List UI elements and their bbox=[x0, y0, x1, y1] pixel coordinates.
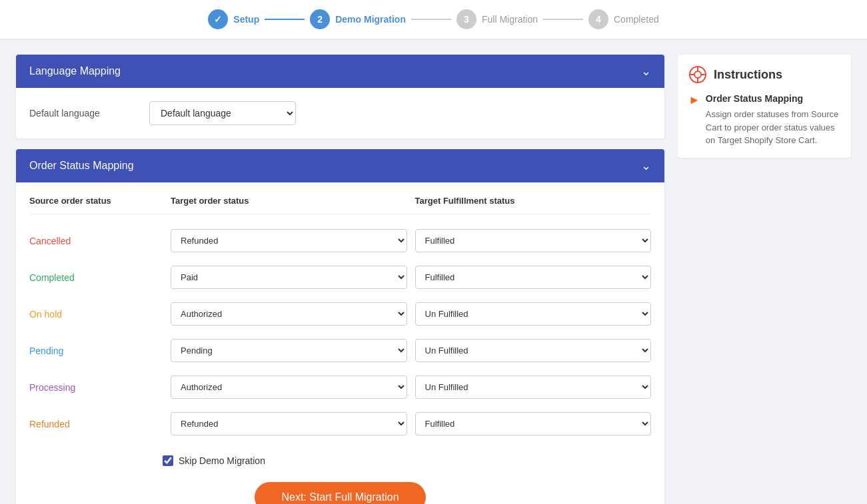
language-mapping-chevron: ⌄ bbox=[641, 64, 651, 79]
skip-demo-label[interactable]: Skip Demo Migration bbox=[179, 455, 265, 466]
svg-point-1 bbox=[694, 71, 701, 78]
table-row: On hold Refunded Paid Authorized Pending… bbox=[29, 296, 651, 332]
instruction-item-text: Assign order statuses from Source Cart t… bbox=[706, 108, 840, 147]
col-target-header: Target order status bbox=[171, 196, 407, 206]
col-fulfillment-header: Target Fulfillment status bbox=[415, 196, 652, 206]
order-status-mapping-body: Source order status Target order status … bbox=[16, 182, 664, 504]
instructions-title: Instructions bbox=[688, 65, 840, 84]
instructions-card: Instructions ► Order Status Mapping Assi… bbox=[678, 55, 851, 158]
step-label-full: Full Migration bbox=[482, 14, 538, 25]
target-select-cancelled[interactable]: Refunded Paid Authorized Pending Voided bbox=[171, 229, 407, 252]
next-button[interactable]: Next: Start Full Migration bbox=[255, 482, 425, 504]
main-layout: Language Mapping ⌄ Default language Defa… bbox=[0, 39, 867, 504]
skip-demo-checkbox[interactable] bbox=[163, 455, 173, 466]
order-status-mapping-chevron: ⌄ bbox=[641, 158, 651, 173]
instruction-arrow-icon: ► bbox=[688, 93, 700, 107]
default-language-select[interactable]: Default language bbox=[149, 101, 296, 125]
step-full-migration: 3 Full Migration bbox=[456, 9, 538, 29]
content-area: Language Mapping ⌄ Default language Defa… bbox=[16, 55, 664, 504]
step-circle-setup: ✓ bbox=[208, 9, 228, 29]
target-select-processing[interactable]: Refunded Paid Authorized Pending Voided bbox=[171, 376, 407, 399]
fulfillment-select-processing[interactable]: Fulfilled Un Fulfilled Partial bbox=[415, 376, 652, 399]
source-status-processing: Processing bbox=[29, 382, 163, 393]
instruction-item: ► Order Status Mapping Assign order stat… bbox=[688, 93, 840, 147]
source-status-completed: Completed bbox=[29, 272, 163, 283]
step-completed: 4 Completed bbox=[588, 9, 659, 29]
instructions-heading: Instructions bbox=[714, 68, 782, 82]
step-circle-demo: 2 bbox=[310, 9, 330, 29]
table-row: Completed Refunded Paid Authorized Pendi… bbox=[29, 259, 651, 296]
stepper-bar: ✓ Setup 2 Demo Migration 3 Full Migratio… bbox=[0, 0, 867, 39]
language-mapping-header[interactable]: Language Mapping ⌄ bbox=[16, 55, 664, 88]
connector-1 bbox=[265, 19, 305, 20]
target-select-refunded[interactable]: Refunded Paid Authorized Pending Voided bbox=[171, 412, 407, 435]
target-select-pending[interactable]: Refunded Paid Authorized Pending Voided bbox=[171, 339, 407, 362]
step-circle-completed: 4 bbox=[588, 9, 608, 29]
table-row: Cancelled Refunded Paid Authorized Pendi… bbox=[29, 222, 651, 259]
step-label-completed: Completed bbox=[614, 14, 659, 25]
help-icon bbox=[688, 65, 707, 84]
status-table-header: Source order status Target order status … bbox=[29, 196, 651, 214]
source-status-pending: Pending bbox=[29, 346, 163, 356]
skip-demo-row: Skip Demo Migration bbox=[29, 455, 651, 466]
fulfillment-select-completed[interactable]: Fulfilled Un Fulfilled Partial bbox=[415, 266, 652, 289]
source-status-refunded: Refunded bbox=[29, 419, 163, 429]
connector-2 bbox=[411, 19, 451, 20]
next-button-row: Next: Start Full Migration bbox=[29, 482, 651, 504]
target-select-onhold[interactable]: Refunded Paid Authorized Pending Voided bbox=[171, 302, 407, 326]
language-mapping-title: Language Mapping bbox=[29, 65, 121, 77]
table-row: Processing Refunded Paid Authorized Pend… bbox=[29, 369, 651, 405]
step-setup: ✓ Setup bbox=[208, 9, 259, 29]
instruction-content: Order Status Mapping Assign order status… bbox=[706, 93, 840, 147]
source-status-onhold: On hold bbox=[29, 309, 163, 320]
fulfillment-select-cancelled[interactable]: Fulfilled Un Fulfilled Partial bbox=[415, 229, 652, 252]
step-demo-migration: 2 Demo Migration bbox=[310, 9, 406, 29]
step-circle-full: 3 bbox=[456, 9, 476, 29]
instruction-item-title: Order Status Mapping bbox=[706, 93, 840, 104]
step-label-setup: Setup bbox=[233, 14, 259, 25]
order-status-mapping-title: Order Status Mapping bbox=[29, 160, 134, 172]
sidebar: Instructions ► Order Status Mapping Assi… bbox=[678, 55, 851, 504]
fulfillment-select-onhold[interactable]: Fulfilled Un Fulfilled Partial bbox=[415, 302, 652, 326]
default-language-row: Default language Default language bbox=[29, 101, 651, 125]
source-status-cancelled: Cancelled bbox=[29, 236, 163, 246]
table-row: Pending Refunded Paid Authorized Pending… bbox=[29, 332, 651, 369]
language-mapping-body: Default language Default language bbox=[16, 88, 664, 138]
status-table: Source order status Target order status … bbox=[29, 196, 651, 442]
fulfillment-select-pending[interactable]: Fulfilled Un Fulfilled Partial bbox=[415, 339, 652, 362]
default-language-label: Default language bbox=[29, 108, 136, 119]
connector-3 bbox=[543, 19, 583, 20]
order-status-mapping-header[interactable]: Order Status Mapping ⌄ bbox=[16, 149, 664, 182]
step-label-demo: Demo Migration bbox=[335, 14, 406, 25]
table-row: Refunded Refunded Paid Authorized Pendin… bbox=[29, 405, 651, 442]
fulfillment-select-refunded[interactable]: Fulfilled Un Fulfilled Partial bbox=[415, 412, 652, 435]
col-source-header: Source order status bbox=[29, 196, 163, 206]
language-mapping-panel: Language Mapping ⌄ Default language Defa… bbox=[16, 55, 664, 138]
order-status-mapping-panel: Order Status Mapping ⌄ Source order stat… bbox=[16, 149, 664, 504]
target-select-completed[interactable]: Refunded Paid Authorized Pending Voided bbox=[171, 266, 407, 289]
